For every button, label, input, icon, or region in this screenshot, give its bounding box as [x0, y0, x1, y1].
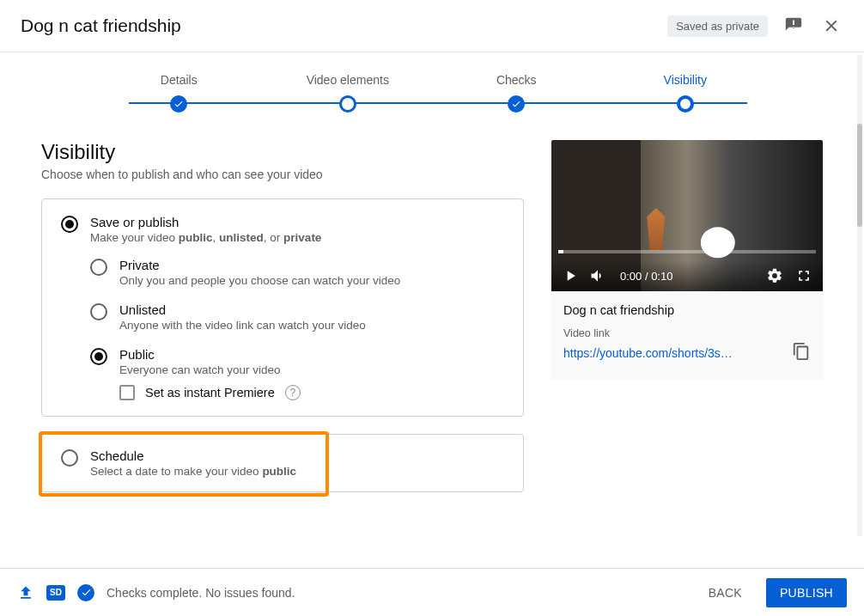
play-icon[interactable] — [562, 267, 579, 284]
checks-status-text: Checks complete. No issues found. — [106, 586, 295, 600]
radio-icon — [61, 216, 78, 233]
visibility-options: Private Only you and people you choose c… — [90, 258, 508, 400]
close-icon[interactable] — [819, 14, 843, 38]
checkbox-icon[interactable] — [119, 385, 135, 400]
step-checks[interactable]: Checks — [432, 73, 601, 113]
check-circle-icon — [77, 584, 94, 601]
option-public[interactable]: Public Everyone can watch your video — [90, 347, 508, 376]
upload-icon — [17, 584, 34, 601]
step-details[interactable]: Details — [94, 73, 264, 113]
help-icon[interactable]: ? — [285, 385, 301, 400]
back-button[interactable]: BACK — [697, 579, 754, 607]
video-progress-fill — [558, 250, 563, 253]
footer-actions: BACK PUBLISH — [697, 578, 847, 607]
fullscreen-icon[interactable] — [795, 267, 812, 284]
step-circle-done-icon — [508, 95, 525, 113]
video-link-label: Video link — [563, 327, 811, 339]
content-area: Visibility Choose when to publish and wh… — [0, 119, 864, 492]
dialog-header: Dog n cat friendship Saved as private — [0, 0, 864, 52]
saved-status-badge: Saved as private — [667, 15, 768, 37]
publish-button[interactable]: PUBLISH — [766, 578, 847, 607]
option-unlisted[interactable]: Unlisted Anyone with the video link can … — [90, 302, 508, 332]
radio-icon — [61, 449, 78, 467]
radio-icon — [90, 259, 107, 276]
page-heading: Visibility — [41, 140, 524, 164]
save-publish-desc: Make your video public, unlisted, or pri… — [90, 231, 321, 244]
video-title-header: Dog n cat friendship — [21, 15, 181, 36]
preview-panel: 0:00 / 0:10 Dog n cat friendship Video l… — [551, 140, 823, 492]
video-thumbnail[interactable]: 0:00 / 0:10 — [551, 140, 823, 291]
volume-icon[interactable] — [589, 267, 606, 284]
video-time: 0:00 / 0:10 — [617, 270, 756, 283]
save-or-publish-card: Save or publish Make your video public, … — [41, 198, 524, 417]
save-or-publish-radio[interactable]: Save or publish Make your video public, … — [61, 215, 508, 244]
step-visibility[interactable]: Visibility — [601, 73, 770, 113]
step-video-elements[interactable]: Video elements — [264, 73, 433, 113]
video-controls: 0:00 / 0:10 — [551, 260, 823, 291]
page-subheading: Choose when to publish and who can see y… — [41, 168, 524, 181]
footer-bar: SD Checks complete. No issues found. BAC… — [0, 568, 864, 616]
schedule-desc: Select a date to make your video public — [90, 465, 296, 478]
step-circle-hollow-icon — [339, 95, 356, 113]
video-link-url[interactable]: https://youtube.com/shorts/3s… — [563, 346, 733, 360]
schedule-card: Schedule Select a date to make your vide… — [41, 434, 524, 492]
radio-icon — [90, 348, 107, 365]
scrollbar-thumb[interactable] — [857, 124, 862, 227]
header-actions: Saved as private — [667, 14, 843, 38]
video-progress-bar[interactable] — [558, 250, 816, 253]
premiere-label: Set as instant Premiere — [145, 386, 275, 399]
schedule-title: Schedule — [90, 448, 296, 463]
schedule-radio[interactable]: Schedule Select a date to make your vide… — [61, 448, 508, 478]
stepper: Details Video elements Checks Visibility — [0, 52, 864, 119]
preview-video-title: Dog n cat friendship — [563, 303, 811, 317]
step-circle-done-icon — [170, 95, 187, 113]
option-private[interactable]: Private Only you and people you choose c… — [90, 258, 508, 287]
sd-badge: SD — [46, 585, 65, 601]
feedback-icon[interactable] — [782, 14, 806, 38]
copy-icon[interactable] — [792, 342, 811, 364]
save-publish-title: Save or publish — [90, 215, 321, 229]
step-circle-active-icon — [677, 95, 694, 113]
footer-status: SD Checks complete. No issues found. — [17, 584, 295, 601]
main-column: Visibility Choose when to publish and wh… — [41, 140, 524, 492]
settings-icon[interactable] — [766, 267, 783, 284]
scrollbar-track[interactable] — [857, 55, 862, 536]
video-meta: Dog n cat friendship Video link https://… — [551, 291, 823, 380]
premiere-row[interactable]: Set as instant Premiere ? — [119, 385, 508, 400]
radio-icon — [90, 303, 107, 320]
